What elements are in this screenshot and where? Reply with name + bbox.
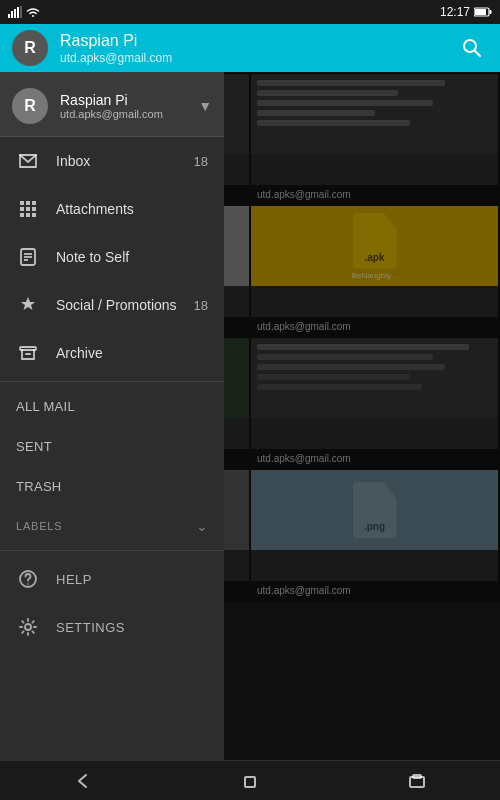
attachments-icon: [16, 197, 40, 221]
profile-email: utd.apks@gmail.com: [60, 108, 163, 120]
divider-2: [0, 550, 224, 551]
status-time: 12:17: [440, 5, 470, 19]
social-icon: [16, 293, 40, 317]
main-layout: 8:50 AM 10:55 AM s@gmail.com utd.apks@g: [0, 72, 500, 760]
header-avatar: R: [12, 30, 48, 66]
social-promotions-label: Social / Promotions: [56, 297, 188, 313]
svg-rect-1: [11, 11, 13, 18]
svg-rect-0: [8, 14, 10, 18]
note-icon: [16, 245, 40, 269]
inbox-badge: 18: [188, 154, 208, 169]
png-file-icon: .png: [353, 482, 397, 538]
sent-label: SENT: [16, 439, 52, 454]
profile-avatar: R: [12, 88, 48, 124]
status-bar-right: 12:17: [440, 5, 492, 19]
sidebar-labels-row[interactable]: LABELS ⌄: [0, 506, 224, 546]
help-icon: [16, 567, 40, 591]
email-sender: utd.apks@gmail.com: [257, 321, 492, 332]
home-button[interactable]: [226, 761, 274, 801]
status-bar-left: [8, 6, 40, 18]
divider-1: [0, 381, 224, 382]
attachments-label: Attachments: [56, 201, 208, 217]
profile-name: Raspian Pi: [60, 92, 163, 108]
header-title: Raspian Pi: [60, 31, 456, 50]
trash-label: TRASH: [16, 479, 62, 494]
svg-point-25: [27, 583, 29, 585]
svg-rect-11: [26, 201, 30, 205]
all-mail-label: ALL MAIL: [16, 399, 75, 414]
header-email: utd.apks@gmail.com: [60, 51, 456, 65]
inbox-label: Inbox: [56, 153, 188, 169]
battery-icon: [474, 7, 492, 17]
svg-rect-18: [32, 213, 36, 217]
sidebar-item-help[interactable]: HELP: [0, 555, 224, 603]
home-icon: [239, 770, 261, 792]
search-icon: [461, 37, 483, 59]
email-card-info: utd.apks@gmail.com: [251, 185, 498, 204]
sidebar-drawer: R Raspian Pi utd.apks@gmail.com ▼ Inbox …: [0, 72, 224, 760]
sidebar-item-inbox[interactable]: Inbox 18: [0, 137, 224, 185]
note-to-self-label: Note to Self: [56, 249, 208, 265]
sidebar-item-attachments[interactable]: Attachments: [0, 185, 224, 233]
back-button[interactable]: [59, 761, 107, 801]
archive-label: Archive: [56, 345, 208, 361]
email-card[interactable]: utd.apks@gmail.com: [251, 74, 498, 204]
labels-chevron-icon: ⌄: [196, 518, 208, 534]
settings-label: SETTINGS: [56, 620, 208, 635]
svg-rect-15: [32, 207, 36, 211]
svg-rect-6: [475, 9, 486, 15]
svg-rect-17: [26, 213, 30, 217]
email-card[interactable]: utd.apks@gmail.com: [251, 338, 498, 468]
svg-point-26: [25, 624, 31, 630]
profile-info: Raspian Pi utd.apks@gmail.com: [60, 92, 163, 120]
svg-rect-2: [14, 9, 16, 18]
email-card[interactable]: .png utd.apks@gmail.com: [251, 470, 498, 600]
email-sender: utd.apks@gmail.com: [257, 453, 492, 464]
email-card-info: utd.apks@gmail.com: [251, 581, 498, 600]
svg-rect-3: [17, 7, 19, 18]
svg-rect-7: [490, 10, 492, 14]
email-sender: utd.apks@gmail.com: [257, 585, 492, 596]
archive-icon: [16, 341, 40, 365]
labels-label: LABELS: [16, 520, 196, 532]
sidebar-item-all-mail[interactable]: ALL MAIL: [0, 386, 224, 426]
email-card-thumb: .apk BeNaughty...: [251, 206, 498, 286]
svg-line-9: [475, 51, 481, 57]
email-card[interactable]: .apk BeNaughty... utd.apks@gmail.com: [251, 206, 498, 336]
sidebar-item-note-to-self[interactable]: Note to Self: [0, 233, 224, 281]
email-card-info: utd.apks@gmail.com: [251, 317, 498, 336]
sidebar-item-social-promotions[interactable]: Social / Promotions 18: [0, 281, 224, 329]
profile-section[interactable]: R Raspian Pi utd.apks@gmail.com ▼: [0, 72, 224, 137]
sidebar-item-sent[interactable]: SENT: [0, 426, 224, 466]
help-label: HELP: [56, 572, 208, 587]
signal-icon: [8, 6, 22, 18]
bottom-bar: [0, 760, 500, 800]
sidebar-item-archive[interactable]: Archive: [0, 329, 224, 377]
email-card-thumb: [251, 338, 498, 418]
svg-rect-16: [20, 213, 24, 217]
search-button[interactable]: [456, 32, 488, 64]
apk-file-icon-gold: .apk: [353, 213, 397, 269]
sidebar-item-trash[interactable]: TRASH: [0, 466, 224, 506]
svg-rect-27: [245, 777, 255, 787]
recents-button[interactable]: [393, 761, 441, 801]
settings-icon: [16, 615, 40, 639]
wifi-icon: [26, 6, 40, 18]
email-card-thumb: [251, 74, 498, 154]
header-title-group: Raspian Pi utd.apks@gmail.com: [60, 31, 456, 64]
svg-rect-13: [20, 207, 24, 211]
back-icon: [72, 770, 94, 792]
social-badge: 18: [188, 298, 208, 313]
svg-rect-12: [32, 201, 36, 205]
svg-rect-14: [26, 207, 30, 211]
recents-icon: [406, 770, 428, 792]
svg-rect-10: [20, 201, 24, 205]
email-card-thumb: .png: [251, 470, 498, 550]
email-card-info: utd.apks@gmail.com: [251, 449, 498, 468]
svg-rect-4: [20, 6, 22, 18]
profile-chevron-icon: ▼: [198, 98, 212, 114]
status-bar: 12:17: [0, 0, 500, 24]
sidebar-item-settings[interactable]: SETTINGS: [0, 603, 224, 651]
inbox-icon: [16, 149, 40, 173]
apk-filename: BeNaughty...: [352, 271, 398, 280]
